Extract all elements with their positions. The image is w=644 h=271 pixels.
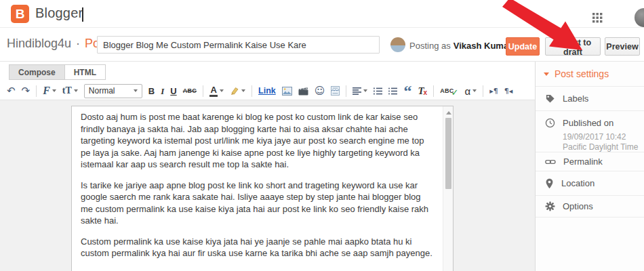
post-settings-header[interactable]: Post settings <box>536 62 644 87</box>
blogger-post-editor: B Blogger Hindiblog4u · Post Posting asV… <box>0 0 644 271</box>
edit-bar: Compose HTML ↶ ↷ F tT Normal B I U ABC A… <box>0 62 535 100</box>
toolbar-divider <box>251 85 252 97</box>
scrollbar-thumb[interactable] <box>445 118 451 189</box>
paragraph-format-select[interactable]: Normal <box>84 84 142 98</box>
blogger-logo-letter: B <box>16 7 25 20</box>
ltr-direction-button[interactable]: ▸¶ <box>489 87 498 95</box>
insert-video-button[interactable] <box>298 87 308 96</box>
breadcrumb: Hindiblog4u · Post <box>7 37 109 51</box>
google-apps-grid-icon[interactable] <box>592 13 603 23</box>
chevron-down-icon <box>220 89 224 92</box>
posting-avatar <box>390 37 405 52</box>
numbered-list-button[interactable] <box>374 87 382 95</box>
bullet-list-button[interactable] <box>388 87 397 95</box>
sidebar-item-permalink[interactable]: Permalink <box>536 152 644 171</box>
post-body-text[interactable]: Dosto aaj hum is post me baat karenge ki… <box>81 111 435 271</box>
toolbar-divider <box>346 85 346 97</box>
insert-jump-break-button[interactable] <box>331 86 340 96</box>
paragraph: Dosto aaj hum is post me baat karenge ki… <box>81 111 435 171</box>
collapse-triangle-icon <box>544 72 549 76</box>
bold-button[interactable]: B <box>148 87 155 96</box>
update-button[interactable]: Update <box>506 37 540 56</box>
paragraph: Custom permalink ka use kaise kiya jata … <box>81 236 435 259</box>
image-icon <box>282 87 292 96</box>
app-title: Blogger <box>35 5 83 21</box>
toolbar-divider <box>483 85 483 97</box>
permalink-icon <box>545 158 556 166</box>
preview-button[interactable]: Preview <box>605 37 640 56</box>
account-avatar[interactable] <box>635 8 644 27</box>
mode-tabs: Compose HTML <box>9 64 106 80</box>
blog-name[interactable]: Hindiblog4u <box>7 37 71 51</box>
highlighter-icon <box>230 86 239 96</box>
sidebar-item-options[interactable]: Options <box>536 196 644 217</box>
tab-compose[interactable]: Compose <box>9 64 65 80</box>
italic-button[interactable]: I <box>161 87 164 96</box>
post-body-editor[interactable]: Dosto aaj hum is post me baat karenge ki… <box>71 106 454 271</box>
highlight-color-button[interactable] <box>230 86 245 96</box>
insert-image-button[interactable] <box>282 87 292 96</box>
redo-icon[interactable]: ↷ <box>22 86 31 96</box>
formatting-toolbar: ↶ ↷ F tT Normal B I U ABC A Link ☺ <box>7 83 535 99</box>
post-settings-sidebar: Post settings Labels Published on 19/09/… <box>535 62 644 271</box>
chevron-down-icon <box>74 89 78 92</box>
rtl-direction-button[interactable]: ¶◂ <box>504 87 513 95</box>
toolbar-divider <box>203 85 203 97</box>
text-cursor <box>82 7 83 22</box>
align-lines-icon <box>353 87 361 95</box>
chevron-down-icon <box>363 89 367 92</box>
bullet-list-icon <box>388 87 397 95</box>
published-on-label: Published on <box>563 118 613 128</box>
sidebar-item-labels[interactable]: Labels <box>536 87 644 111</box>
chevron-down-icon <box>241 89 245 92</box>
paragraph: Is tarike ke jariye aap apne blog post k… <box>81 180 435 227</box>
alignment-button[interactable] <box>353 87 367 95</box>
editor-scrollbar[interactable] <box>443 106 453 271</box>
gear-icon <box>545 201 555 211</box>
toolbar-divider <box>433 85 434 97</box>
toolbar-divider <box>36 85 37 97</box>
quote-button[interactable]: “ <box>403 86 411 96</box>
strikethrough-button[interactable]: ABC <box>183 88 197 94</box>
chevron-down-icon <box>472 89 477 92</box>
chevron-down-icon <box>52 89 56 92</box>
underline-button[interactable]: U <box>170 87 176 96</box>
remove-formatting-button[interactable]: Tx <box>418 85 427 96</box>
tab-html[interactable]: HTML <box>64 64 106 80</box>
page-break-icon <box>331 86 340 96</box>
post-title-input[interactable] <box>97 36 380 54</box>
insert-link-button[interactable]: Link <box>258 87 276 96</box>
label-icon <box>545 93 555 104</box>
transliteration-button[interactable]: α <box>464 86 477 96</box>
font-button[interactable]: F <box>43 85 56 96</box>
sidebar-item-published-on[interactable]: Published on 19/09/2017 10:42 Pacific Da… <box>536 111 644 152</box>
chevron-down-icon <box>134 89 138 92</box>
insert-emoticon-button[interactable]: ☺ <box>315 86 325 96</box>
sidebar-item-location[interactable]: Location <box>536 171 644 196</box>
film-clapper-icon <box>298 87 308 96</box>
post-header-bar: Hindiblog4u · Post Posting asVikash Kuma… <box>0 28 644 62</box>
breadcrumb-separator: · <box>76 37 80 51</box>
apps-grid-glyph <box>592 13 603 23</box>
scrollbar-up-arrow-icon[interactable] <box>446 111 451 114</box>
topbar: B Blogger <box>0 0 644 28</box>
blogger-logo: B <box>11 5 29 23</box>
published-datetime: 19/09/2017 10:42 Pacific Daylight Time <box>563 132 638 152</box>
clock-icon <box>545 118 555 128</box>
posting-as-prefix: Posting as <box>409 41 451 51</box>
text-color-button[interactable]: A <box>209 85 224 97</box>
location-pin-icon <box>545 178 554 189</box>
color-bar <box>209 95 218 97</box>
undo-icon[interactable]: ↶ <box>7 86 16 96</box>
font-size-button[interactable]: tT <box>62 86 78 96</box>
spellcheck-button[interactable]: ABC✓ <box>440 85 458 97</box>
revert-to-draft-button[interactable]: Revert to draft <box>545 37 601 56</box>
numbered-list-icon <box>374 87 382 95</box>
